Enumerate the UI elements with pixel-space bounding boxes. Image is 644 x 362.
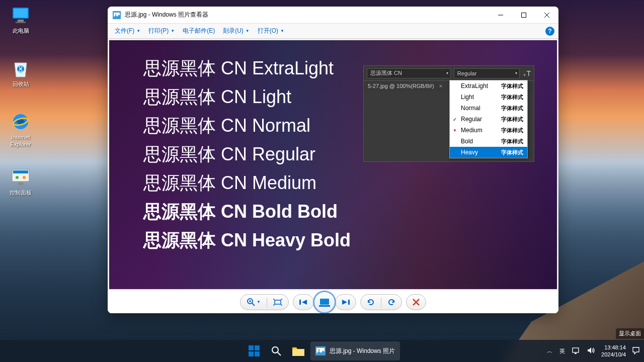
photoviewer-icon [315,346,326,355]
maximize-button[interactable] [512,7,535,23]
viewer-toolbar: ▼ [108,291,558,313]
menubar: 文件(F)▼ 打印(P)▼ 电子邮件(E) 刻录(U)▼ 打开(O)▼ ? [108,24,558,39]
chevron-down-icon: ▼ [280,29,284,33]
menu-print[interactable]: 打印(P)▼ [145,25,178,37]
svg-rect-32 [249,351,254,356]
font-sample: 思源黑体 CN Heavy Bold [143,228,351,253]
weight-label: 字体样式 [501,105,523,112]
weight-option-light[interactable]: Light字体样式 [450,92,527,103]
menu-burn[interactable]: 刻录(U)▼ [220,25,253,37]
network-icon[interactable] [571,346,581,356]
previous-button[interactable] [293,295,313,310]
chevron-down-icon: ▼ [136,29,140,33]
weight-option-heavy[interactable]: Heavy字体样式 [450,147,527,158]
notifications-icon[interactable] [631,345,641,356]
photo-viewer-window: 思源.jpg - Windows 照片查看器 文件(F)▼ 打印(P)▼ 电子邮… [108,7,558,313]
titlebar[interactable]: 思源.jpg - Windows 照片查看器 [108,7,558,24]
svg-rect-24 [299,300,301,305]
text-tool-icon[interactable]: ₊T [523,69,531,77]
svg-rect-16 [522,13,526,17]
svg-line-20 [252,303,255,306]
font-sample: 思源黑体 CN Medium [143,171,351,196]
rotate-cw-button[interactable] [381,295,401,310]
svg-rect-8 [13,170,28,173]
svg-rect-23 [275,300,281,304]
font-picker-panel: 思源黑体 CN▾ Regular▾ ₊T 5-27.jpg @ 100%(RGB… [363,65,534,162]
weight-label: 字体样式 [501,149,523,156]
chevron-down-icon: ▼ [171,29,175,33]
start-button[interactable] [244,341,264,360]
close-button[interactable] [535,7,558,23]
weight-label: 字体样式 [501,94,523,101]
font-sample: 思源黑体 CN Normal [143,114,351,138]
weight-label: 字体样式 [501,82,523,90]
ie-icon [11,112,31,132]
taskbar-app-photoviewer[interactable]: 思源.jpg - Windows 照片 [310,341,400,360]
file-explorer-button[interactable] [288,341,308,360]
zoom-button[interactable]: ▼ [240,295,267,310]
svg-point-9 [16,176,19,179]
svg-rect-33 [255,351,260,356]
check-icon: ✓ [453,117,457,122]
desktop-icon-thispc[interactable]: 此电脑 [3,5,38,34]
weight-option-normal[interactable]: Normal字体样式 [450,103,527,114]
font-style-combo[interactable]: Regular▾ [454,68,520,78]
taskbar-center: 思源.jpg - Windows 照片 [244,341,400,360]
weight-label: 字体样式 [501,116,523,123]
svg-rect-1 [14,9,28,18]
recyclebin-icon [11,58,31,78]
chevron-down-icon: ▼ [257,300,261,304]
image-viewport: 思源黑体 CN ExtraLight思源黑体 CN Light思源黑体 CN N… [108,39,558,291]
search-button[interactable] [266,341,286,360]
weight-label: 字体样式 [501,138,523,145]
svg-rect-27 [348,300,350,305]
controlpanel-icon [11,167,31,187]
desktop-icon-ie[interactable]: Internet Explorer [3,112,38,148]
clock[interactable]: 13:48:14 2024/10/4 [601,344,626,358]
minimize-button[interactable] [489,7,512,23]
chevron-down-icon: ▾ [515,71,517,75]
actual-size-button[interactable] [267,295,288,310]
svg-rect-36 [292,349,304,356]
font-sample: 思源黑体 CN ExtraLight [143,56,351,81]
menu-open[interactable]: 打开(O)▼ [255,25,287,37]
help-button[interactable]: ? [545,27,554,36]
svg-rect-31 [255,345,260,350]
weight-option-regular[interactable]: ✓Regular字体样式 [450,114,527,125]
slideshow-button[interactable] [313,291,336,314]
window-title: 思源.jpg - Windows 照片查看器 [125,11,489,19]
desktop-icon-label: 此电脑 [3,27,38,34]
tab-close-icon[interactable]: × [439,83,442,89]
weight-name: Heavy [461,149,501,156]
weight-label: 字体样式 [501,127,523,134]
dot-icon [454,129,456,131]
svg-point-34 [272,347,278,353]
svg-point-39 [318,349,320,351]
taskbar-tray: ︿ 英 13:48:14 2024/10/4 [546,344,641,358]
desktop-icon-recyclebin[interactable]: 回收站 [3,58,38,87]
rotate-ccw-button[interactable] [361,295,381,310]
weight-option-bold[interactable]: Bold字体样式 [450,136,527,147]
desktop-icon-controlpanel[interactable]: 控制面板 [3,167,38,196]
svg-point-10 [23,176,26,179]
weight-option-medium[interactable]: Medium字体样式 [450,125,527,136]
svg-rect-40 [573,348,579,352]
chevron-down-icon: ▼ [246,29,250,33]
weight-name: Light [461,94,501,101]
font-weight-menu: ExtraLight字体样式Light字体样式Normal字体样式✓Regula… [449,80,528,158]
chevron-down-icon: ▾ [446,71,448,75]
font-sample: 思源黑体 CN Bold Bold [143,200,351,224]
weight-name: Normal [461,105,501,112]
weight-option-extralight[interactable]: ExtraLight字体样式 [450,80,527,92]
tray-chevron-up-icon[interactable]: ︿ [546,346,553,356]
desktop-icon-label: Internet Explorer [3,134,38,148]
font-family-combo[interactable]: 思源黑体 CN▾ [367,68,451,78]
menu-file[interactable]: 文件(F)▼ [112,25,143,37]
volume-icon[interactable] [586,346,596,356]
weight-name: Medium [461,127,501,134]
ime-indicator[interactable]: 英 [558,346,566,356]
next-button[interactable] [336,295,356,310]
show-desktop-tooltip: 显示桌面 [616,328,644,339]
menu-email[interactable]: 电子邮件(E) [180,25,218,37]
delete-button[interactable] [407,295,426,310]
